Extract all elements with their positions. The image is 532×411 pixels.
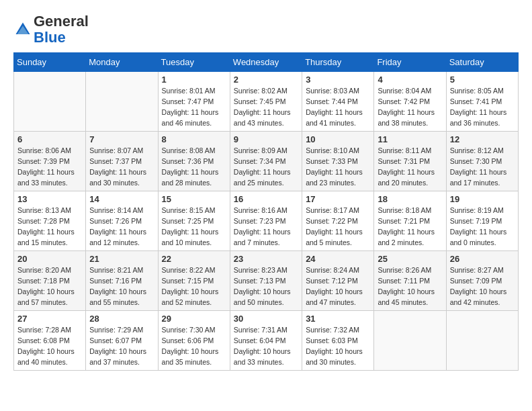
day-info: Sunrise: 8:24 AMSunset: 7:12 PMDaylight:… xyxy=(306,265,370,308)
logo-blue: Blue xyxy=(34,29,66,46)
day-info: Sunrise: 8:04 AMSunset: 7:42 PMDaylight:… xyxy=(378,86,442,128)
calendar-cell: 10Sunrise: 8:10 AMSunset: 7:33 PMDayligh… xyxy=(302,132,374,191)
day-info: Sunrise: 8:01 AMSunset: 7:47 PMDaylight:… xyxy=(162,86,226,128)
calendar-cell: 8Sunrise: 8:08 AMSunset: 7:36 PMDaylight… xyxy=(158,132,230,191)
calendar-cell: 11Sunrise: 8:11 AMSunset: 7:31 PMDayligh… xyxy=(374,132,446,191)
day-info: Sunrise: 8:07 AMSunset: 7:37 PMDaylight:… xyxy=(89,146,154,188)
calendar-cell: 9Sunrise: 8:09 AMSunset: 7:34 PMDaylight… xyxy=(230,132,302,191)
calendar-week-row: 27Sunrise: 7:28 AMSunset: 6:08 PMDayligh… xyxy=(14,311,519,371)
day-info: Sunrise: 8:03 AMSunset: 7:44 PMDaylight:… xyxy=(306,86,370,128)
day-number: 10 xyxy=(306,134,370,144)
logo-icon xyxy=(13,20,32,39)
calendar-cell xyxy=(14,72,86,132)
calendar-cell: 28Sunrise: 7:29 AMSunset: 6:07 PMDayligh… xyxy=(86,311,158,371)
day-number: 7 xyxy=(89,134,154,144)
calendar-body: 1Sunrise: 8:01 AMSunset: 7:47 PMDaylight… xyxy=(14,72,519,371)
calendar-cell: 12Sunrise: 8:12 AMSunset: 7:30 PMDayligh… xyxy=(446,132,518,191)
calendar-cell: 17Sunrise: 8:17 AMSunset: 7:22 PMDayligh… xyxy=(302,191,374,251)
day-number: 19 xyxy=(450,194,515,204)
day-info: Sunrise: 8:23 AMSunset: 7:13 PMDaylight:… xyxy=(234,265,298,308)
calendar-week-row: 1Sunrise: 8:01 AMSunset: 7:47 PMDaylight… xyxy=(14,72,519,132)
calendar-cell: 19Sunrise: 8:19 AMSunset: 7:19 PMDayligh… xyxy=(446,191,518,251)
day-info: Sunrise: 8:19 AMSunset: 7:19 PMDaylight:… xyxy=(450,205,515,248)
weekday-header-cell: Monday xyxy=(86,53,158,72)
day-info: Sunrise: 7:29 AMSunset: 6:07 PMDaylight:… xyxy=(89,325,154,367)
day-info: Sunrise: 8:09 AMSunset: 7:34 PMDaylight:… xyxy=(234,146,298,188)
calendar-cell: 20Sunrise: 8:20 AMSunset: 7:18 PMDayligh… xyxy=(14,251,86,311)
day-info: Sunrise: 8:18 AMSunset: 7:21 PMDaylight:… xyxy=(378,205,442,248)
calendar-cell: 27Sunrise: 7:28 AMSunset: 6:08 PMDayligh… xyxy=(14,311,86,371)
calendar-week-row: 20Sunrise: 8:20 AMSunset: 7:18 PMDayligh… xyxy=(14,251,519,311)
logo: General Blue xyxy=(13,13,89,46)
day-info: Sunrise: 8:12 AMSunset: 7:30 PMDaylight:… xyxy=(450,146,515,188)
day-number: 9 xyxy=(234,134,298,144)
calendar-cell: 14Sunrise: 8:14 AMSunset: 7:26 PMDayligh… xyxy=(86,191,158,251)
day-number: 31 xyxy=(306,314,370,324)
calendar-cell xyxy=(374,311,446,371)
day-info: Sunrise: 7:31 AMSunset: 6:04 PMDaylight:… xyxy=(234,325,298,367)
day-number: 1 xyxy=(162,75,226,85)
day-info: Sunrise: 8:16 AMSunset: 7:23 PMDaylight:… xyxy=(234,205,298,248)
calendar-cell: 2Sunrise: 8:02 AMSunset: 7:45 PMDaylight… xyxy=(230,72,302,132)
day-number: 26 xyxy=(450,254,515,264)
calendar-cell: 25Sunrise: 8:26 AMSunset: 7:11 PMDayligh… xyxy=(374,251,446,311)
day-info: Sunrise: 8:06 AMSunset: 7:39 PMDaylight:… xyxy=(17,146,82,188)
day-number: 25 xyxy=(378,254,442,264)
calendar-cell: 4Sunrise: 8:04 AMSunset: 7:42 PMDaylight… xyxy=(374,72,446,132)
day-info: Sunrise: 8:20 AMSunset: 7:18 PMDaylight:… xyxy=(17,265,82,308)
day-number: 27 xyxy=(17,314,82,324)
day-number: 14 xyxy=(89,194,154,204)
day-number: 22 xyxy=(162,254,226,264)
calendar-cell: 21Sunrise: 8:21 AMSunset: 7:16 PMDayligh… xyxy=(86,251,158,311)
weekday-header-row: SundayMondayTuesdayWednesdayThursdayFrid… xyxy=(14,53,519,72)
day-number: 29 xyxy=(162,314,226,324)
day-number: 23 xyxy=(234,254,298,264)
weekday-header-cell: Friday xyxy=(374,53,446,72)
day-info: Sunrise: 7:32 AMSunset: 6:03 PMDaylight:… xyxy=(306,325,370,367)
day-number: 6 xyxy=(17,134,82,144)
day-info: Sunrise: 7:30 AMSunset: 6:06 PMDaylight:… xyxy=(162,325,226,367)
calendar-cell xyxy=(446,311,518,371)
day-number: 21 xyxy=(89,254,154,264)
day-number: 13 xyxy=(17,194,82,204)
weekday-header-cell: Thursday xyxy=(302,53,374,72)
calendar-cell: 15Sunrise: 8:15 AMSunset: 7:25 PMDayligh… xyxy=(158,191,230,251)
day-info: Sunrise: 8:21 AMSunset: 7:16 PMDaylight:… xyxy=(89,265,154,308)
day-info: Sunrise: 8:11 AMSunset: 7:31 PMDaylight:… xyxy=(378,146,442,188)
day-info: Sunrise: 7:28 AMSunset: 6:08 PMDaylight:… xyxy=(17,325,82,367)
calendar-cell: 30Sunrise: 7:31 AMSunset: 6:04 PMDayligh… xyxy=(230,311,302,371)
day-number: 15 xyxy=(162,194,226,204)
day-info: Sunrise: 8:27 AMSunset: 7:09 PMDaylight:… xyxy=(450,265,515,308)
day-number: 18 xyxy=(378,194,442,204)
calendar-cell: 3Sunrise: 8:03 AMSunset: 7:44 PMDaylight… xyxy=(302,72,374,132)
calendar-table: SundayMondayTuesdayWednesdayThursdayFrid… xyxy=(13,52,519,371)
calendar-cell: 6Sunrise: 8:06 AMSunset: 7:39 PMDaylight… xyxy=(14,132,86,191)
day-number: 5 xyxy=(450,75,515,85)
day-info: Sunrise: 8:17 AMSunset: 7:22 PMDaylight:… xyxy=(306,205,370,248)
calendar-cell: 29Sunrise: 7:30 AMSunset: 6:06 PMDayligh… xyxy=(158,311,230,371)
day-number: 16 xyxy=(234,194,298,204)
calendar-cell: 22Sunrise: 8:22 AMSunset: 7:15 PMDayligh… xyxy=(158,251,230,311)
calendar-cell: 16Sunrise: 8:16 AMSunset: 7:23 PMDayligh… xyxy=(230,191,302,251)
day-number: 28 xyxy=(89,314,154,324)
page-header: General Blue xyxy=(13,13,519,46)
day-number: 8 xyxy=(162,134,226,144)
weekday-header-cell: Tuesday xyxy=(158,53,230,72)
day-number: 17 xyxy=(306,194,370,204)
day-info: Sunrise: 8:22 AMSunset: 7:15 PMDaylight:… xyxy=(162,265,226,308)
calendar-cell: 13Sunrise: 8:13 AMSunset: 7:28 PMDayligh… xyxy=(14,191,86,251)
day-info: Sunrise: 8:10 AMSunset: 7:33 PMDaylight:… xyxy=(306,146,370,188)
day-info: Sunrise: 8:26 AMSunset: 7:11 PMDaylight:… xyxy=(378,265,442,308)
day-info: Sunrise: 8:05 AMSunset: 7:41 PMDaylight:… xyxy=(450,86,515,128)
weekday-header-cell: Saturday xyxy=(446,53,518,72)
day-info: Sunrise: 8:14 AMSunset: 7:26 PMDaylight:… xyxy=(89,205,154,248)
calendar-cell xyxy=(86,72,158,132)
day-info: Sunrise: 8:02 AMSunset: 7:45 PMDaylight:… xyxy=(234,86,298,128)
day-number: 4 xyxy=(378,75,442,85)
logo-general: General xyxy=(34,13,89,30)
weekday-header-cell: Wednesday xyxy=(230,53,302,72)
calendar-cell: 24Sunrise: 8:24 AMSunset: 7:12 PMDayligh… xyxy=(302,251,374,311)
calendar-cell: 7Sunrise: 8:07 AMSunset: 7:37 PMDaylight… xyxy=(86,132,158,191)
day-number: 3 xyxy=(306,75,370,85)
calendar-week-row: 6Sunrise: 8:06 AMSunset: 7:39 PMDaylight… xyxy=(14,132,519,191)
